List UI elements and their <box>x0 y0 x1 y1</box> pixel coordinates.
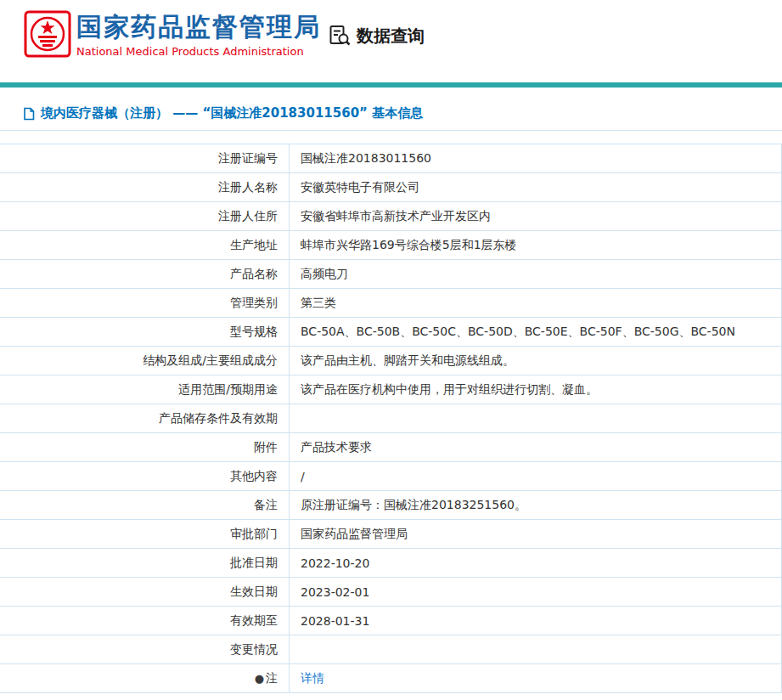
row-label-text: 管理类别 <box>230 296 278 311</box>
table-row: 产品储存条件及有效期 <box>0 404 781 433</box>
row-label: 产品名称 <box>0 260 290 288</box>
row-value: 产品技术要求 <box>290 433 781 461</box>
row-label-text: 生产地址 <box>230 238 278 253</box>
table-row: 结构及组成/主要组成成分该产品由主机、脚踏开关和电源线组成。 <box>0 347 781 375</box>
site-header: 国家药品监督管理局 National Medical Products Admi… <box>0 0 782 82</box>
table-row: 备注原注册证编号：国械注准20183251560。 <box>0 491 781 520</box>
row-value-text: 2023-02-01 <box>301 585 369 599</box>
row-label: 备注 <box>0 491 290 519</box>
table-row: 生效日期2023-02-01 <box>0 578 781 607</box>
row-value: 该产品在医疗机构中使用，用于对组织进行切割、凝血。 <box>290 375 781 404</box>
row-value-text: 安徽英特电子有限公司 <box>301 180 419 195</box>
row-value: 2023-02-01 <box>290 578 781 606</box>
row-label-text: 其他内容 <box>230 469 278 484</box>
row-value: 安徽英特电子有限公司 <box>290 173 781 201</box>
table-row: 其他内容/ <box>0 462 781 491</box>
row-value-text: 蚌埠市兴华路169号综合楼5层和1层东楼 <box>301 238 517 253</box>
row-label: 管理类别 <box>0 289 290 317</box>
row-value: 蚌埠市兴华路169号综合楼5层和1层东楼 <box>290 231 781 259</box>
page-title: 境内医疗器械（注册） —— “国械注准20183011560” 基本信息 <box>41 105 423 121</box>
table-row: 附件产品技术要求 <box>0 433 781 462</box>
table-row: 注册证编号国械注准20183011560 <box>0 144 781 173</box>
row-value-text: 安徽省蚌埠市高新技术产业开发区内 <box>301 209 491 224</box>
row-value: 2028-01-31 <box>290 607 781 635</box>
row-value-text: 2022-10-20 <box>301 556 369 570</box>
row-value-text: 产品技术要求 <box>301 440 372 455</box>
org-name-block: 国家药品监督管理局 National Medical Products Admi… <box>76 13 321 58</box>
row-label: 批准日期 <box>0 549 290 577</box>
row-value: 国家药品监督管理局 <box>290 520 781 548</box>
row-value-text: 国家药品监督管理局 <box>301 527 408 542</box>
row-label: 其他内容 <box>0 462 290 490</box>
data-query-button[interactable]: 数据查询 <box>328 24 425 48</box>
row-label-text: 审批部门 <box>230 527 278 542</box>
detail-link[interactable]: 详情 <box>301 671 324 686</box>
document-search-icon <box>328 24 352 48</box>
row-label: 审批部门 <box>0 520 290 548</box>
row-value <box>290 404 781 432</box>
row-value: 该产品由主机、脚踏开关和电源线组成。 <box>290 347 781 375</box>
row-value: / <box>290 462 781 490</box>
table-row: 批准日期2022-10-20 <box>0 549 781 578</box>
row-label-text: 产品储存条件及有效期 <box>159 411 278 426</box>
note-bullet-icon: ● <box>255 673 264 684</box>
row-label-text: 型号规格 <box>230 325 278 340</box>
row-label: 适用范围/预期用途 <box>0 375 290 404</box>
row-value: 详情 <box>290 664 781 692</box>
row-value-text: 国械注准20183011560 <box>301 151 431 167</box>
row-value-text: 第三类 <box>301 296 336 311</box>
row-value-text: 原注册证编号：国械注准20183251560。 <box>301 498 526 513</box>
row-label: ●注 <box>0 664 290 692</box>
nmpa-emblem-logo[interactable] <box>24 10 71 58</box>
table-row: ●注详情 <box>0 664 781 693</box>
row-value-text: / <box>301 470 305 483</box>
row-value: 原注册证编号：国械注准20183251560。 <box>290 491 781 519</box>
row-label-text: 变更情况 <box>230 642 278 658</box>
row-value-text: 2028-01-31 <box>301 614 369 628</box>
row-label-text: 批准日期 <box>230 556 278 571</box>
table-row: 变更情况 <box>0 635 781 664</box>
page: 国家药品监督管理局 National Medical Products Admi… <box>0 0 782 700</box>
org-name-zh: 国家药品监督管理局 <box>76 13 321 42</box>
row-label: 产品储存条件及有效期 <box>0 404 290 432</box>
table-row: 生产地址蚌埠市兴华路169号综合楼5层和1层东楼 <box>0 231 781 260</box>
row-label-text: 注 <box>266 671 278 686</box>
row-value-text: 高频电刀 <box>301 267 348 282</box>
page-title-row: 境内医疗器械（注册） —— “国械注准20183011560” 基本信息 <box>0 88 782 131</box>
table-row: 注册人名称安徽英特电子有限公司 <box>0 173 781 202</box>
table-row: 注册人住所安徽省蚌埠市高新技术产业开发区内 <box>0 202 781 231</box>
table-row: 适用范围/预期用途该产品在医疗机构中使用，用于对组织进行切割、凝血。 <box>0 375 781 404</box>
row-value-text: 该产品在医疗机构中使用，用于对组织进行切割、凝血。 <box>301 382 598 398</box>
row-label: 附件 <box>0 433 290 461</box>
row-label: 注册人住所 <box>0 202 290 230</box>
row-value: 国械注准20183011560 <box>290 144 781 172</box>
org-name-en: National Medical Products Administration <box>76 45 321 58</box>
national-emblem-icon <box>24 10 71 58</box>
row-label-text: 产品名称 <box>230 267 278 282</box>
table-row: 管理类别第三类 <box>0 289 781 318</box>
row-value-text: 该产品由主机、脚踏开关和电源线组成。 <box>301 353 515 369</box>
row-value: 安徽省蚌埠市高新技术产业开发区内 <box>290 202 781 230</box>
row-label-text: 附件 <box>254 440 278 455</box>
row-label-text: 生效日期 <box>230 584 278 600</box>
row-value: 2022-10-20 <box>290 549 781 577</box>
row-label: 变更情况 <box>0 635 290 663</box>
row-label: 生产地址 <box>0 231 290 259</box>
data-query-label: 数据查询 <box>357 25 425 48</box>
row-label-text: 注册人名称 <box>218 180 278 195</box>
row-label: 注册证编号 <box>0 144 290 172</box>
row-label: 注册人名称 <box>0 173 290 201</box>
table-row: 审批部门国家药品监督管理局 <box>0 520 781 549</box>
table-row: 有效期至2028-01-31 <box>0 607 781 635</box>
row-label: 结构及组成/主要组成成分 <box>0 347 290 375</box>
row-label: 有效期至 <box>0 607 290 635</box>
row-label: 型号规格 <box>0 318 290 346</box>
row-label-text: 注册人住所 <box>218 209 278 224</box>
document-icon <box>23 107 35 121</box>
table-row: 型号规格BC-50A、BC-50B、BC-50C、BC-50D、BC-50E、B… <box>0 318 781 347</box>
row-label: 生效日期 <box>0 578 290 606</box>
row-label-text: 有效期至 <box>230 613 278 629</box>
row-label-text: 适用范围/预期用途 <box>178 382 278 398</box>
row-value: 第三类 <box>290 289 781 317</box>
row-value <box>290 635 781 663</box>
